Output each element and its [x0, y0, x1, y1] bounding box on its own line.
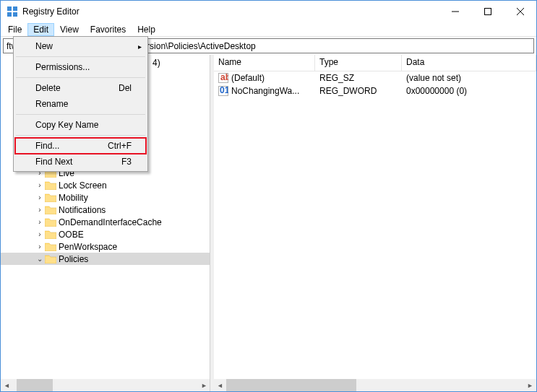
menu-item-label: Find...	[35, 141, 108, 151]
scroll-left-icon[interactable]: ◄	[214, 379, 226, 391]
menu-help[interactable]: Help	[132, 23, 161, 36]
menu-item-delete[interactable]: DeleteDel	[15, 80, 146, 96]
folder-icon	[45, 193, 56, 202]
chevron-right-icon[interactable]: ›	[35, 218, 44, 226]
tree-label: 4)	[152, 58, 160, 68]
folder-icon	[45, 217, 56, 227]
col-header-type[interactable]: Type	[315, 55, 402, 71]
tree-item-notifications[interactable]: ›Notifications	[1, 204, 210, 216]
tree-item-oobe[interactable]: ›OOBE	[1, 228, 210, 240]
col-header-name[interactable]: Name	[214, 55, 315, 71]
list-row[interactable]: 011NoChangingWa...REG_DWORD0x00000000 (0…	[214, 84, 536, 97]
menu-item-label: Delete	[35, 83, 119, 93]
svg-rect-3	[13, 12, 17, 17]
menu-item-find[interactable]: Find...Ctrl+F	[15, 138, 146, 154]
close-button[interactable]	[504, 1, 536, 22]
scroll-thumb[interactable]	[17, 379, 53, 391]
cell-type: REG_DWORD	[315, 85, 402, 97]
chevron-down-icon[interactable]: ⌄	[35, 255, 44, 263]
svg-text:011: 011	[220, 86, 228, 95]
tree-item-label: OOBE	[59, 230, 84, 240]
menu-item-shortcut: Ctrl+F	[108, 141, 132, 151]
folder-icon	[45, 254, 56, 263]
maximize-button[interactable]	[471, 1, 504, 22]
minimize-button[interactable]	[439, 1, 471, 22]
menu-item-label: Permissions...	[35, 62, 132, 72]
edit-menu-popup: NewPermissions...DeleteDelRenameCopy Key…	[13, 36, 148, 172]
titlebar: Registry Editor	[1, 1, 536, 22]
svg-text:ab: ab	[220, 73, 228, 82]
menu-item-label: New	[35, 41, 132, 51]
menu-item-label: Rename	[35, 99, 132, 109]
tree-item-lock-screen[interactable]: ›Lock Screen	[1, 179, 210, 191]
menu-item-label: Copy Key Name	[35, 120, 132, 130]
menu-favorites[interactable]: Favorites	[85, 23, 132, 36]
menu-edit[interactable]: Edit	[27, 23, 54, 36]
col-header-data[interactable]: Data	[402, 55, 536, 71]
folder-icon	[45, 180, 56, 190]
tree-item-label: Mobility	[59, 193, 88, 203]
tree-item-label: PenWorkspace	[59, 242, 117, 252]
menubar: FileEditViewFavoritesHelp	[1, 22, 536, 37]
tree-horizontal-scrollbar[interactable]: ◄ ►	[1, 379, 210, 391]
folder-icon	[45, 242, 56, 251]
tree-item-ondemandinterfacecache[interactable]: ›OnDemandInterfaceCache	[1, 216, 210, 228]
svg-rect-1	[13, 6, 17, 11]
chevron-right-icon[interactable]: ›	[35, 193, 44, 201]
menu-separator	[16, 77, 145, 78]
tree-item-penworkspace[interactable]: ›PenWorkspace	[1, 240, 210, 253]
cell-data: (value not set)	[402, 72, 536, 84]
menu-item-shortcut: F3	[121, 157, 132, 167]
menu-view[interactable]: View	[54, 23, 85, 36]
scroll-left-icon[interactable]: ◄	[1, 379, 13, 391]
list-header: Name Type Data	[214, 55, 536, 71]
chevron-right-icon[interactable]: ›	[35, 181, 44, 189]
scroll-thumb[interactable]	[226, 379, 356, 391]
menu-item-permissions[interactable]: Permissions...	[15, 59, 146, 75]
scroll-right-icon[interactable]: ►	[524, 379, 536, 391]
list-horizontal-scrollbar[interactable]: ◄ ►	[214, 379, 536, 391]
list-body: ab(Default)REG_SZ(value not set)011NoCha…	[214, 71, 536, 97]
cell-name: 011NoChangingWa...	[214, 85, 315, 97]
cell-name: ab(Default)	[214, 72, 315, 84]
menu-item-shortcut: Del	[119, 83, 132, 93]
tree-item-policies[interactable]: ⌄Policies	[1, 253, 210, 265]
menu-separator	[16, 114, 145, 115]
folder-icon	[45, 230, 56, 239]
list-pane[interactable]: Name Type Data ab(Default)REG_SZ(value n…	[214, 55, 536, 391]
tree-item-label: Policies	[59, 254, 88, 264]
window-title: Registry Editor	[22, 6, 439, 17]
list-row[interactable]: ab(Default)REG_SZ(value not set)	[214, 71, 536, 84]
app-icon	[7, 6, 18, 17]
menu-separator	[16, 56, 145, 57]
reg-dword-icon: 011	[218, 86, 228, 96]
chevron-right-icon[interactable]: ›	[35, 230, 44, 238]
cell-data: 0x00000000 (0)	[402, 85, 536, 97]
menu-item-label: Find Next	[35, 157, 121, 167]
menu-separator	[16, 135, 145, 136]
value-name: (Default)	[231, 73, 265, 83]
reg-string-icon: ab	[218, 73, 228, 83]
chevron-right-icon[interactable]: ›	[35, 243, 44, 251]
chevron-right-icon[interactable]: ›	[35, 206, 44, 214]
tree-item-label: OnDemandInterfaceCache	[59, 217, 162, 227]
menu-item-find-next[interactable]: Find NextF3	[15, 154, 146, 170]
folder-icon	[45, 205, 56, 214]
menu-file[interactable]: File	[2, 23, 27, 36]
svg-rect-5	[484, 9, 491, 15]
value-name: NoChangingWa...	[231, 86, 299, 96]
tree-item-mobility[interactable]: ›Mobility	[1, 191, 210, 204]
cell-type: REG_SZ	[315, 72, 402, 84]
tree-item-label: Lock Screen	[59, 180, 107, 191]
menu-item-copy-key-name[interactable]: Copy Key Name	[15, 117, 146, 133]
svg-rect-0	[7, 6, 12, 11]
menu-item-rename[interactable]: Rename	[15, 96, 146, 112]
window-controls	[439, 1, 536, 22]
menu-item-new[interactable]: New	[15, 38, 146, 54]
svg-rect-2	[7, 12, 12, 17]
tree-item-label: Notifications	[59, 205, 106, 215]
scroll-right-icon[interactable]: ►	[198, 379, 210, 391]
